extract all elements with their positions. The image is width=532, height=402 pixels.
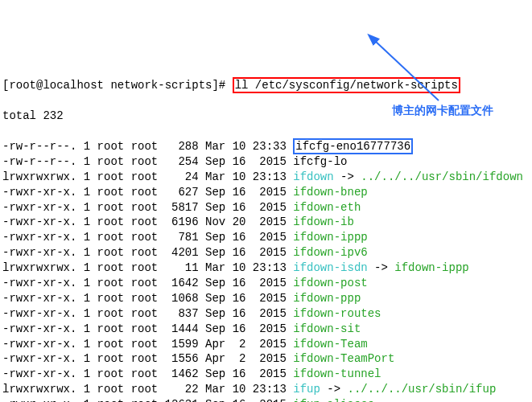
filename: ifdown-Team (293, 338, 367, 351)
file-row: lrwxrwxrwx. 1 root root 24 Mar 10 23:13 … (2, 170, 532, 185)
file-row: -rwxr-xr-x. 1 root root 6196 Nov 20 2015… (2, 215, 532, 230)
filename: ifcfg-lo (293, 155, 347, 168)
filename: ifdown-tunnel (293, 367, 381, 380)
filename: ifdown-ipv6 (293, 246, 367, 259)
file-row: -rw-r--r--. 1 root root 254 Sep 16 2015 … (2, 154, 532, 170)
file-row: -rwxr-xr-x. 1 root root 5817 Sep 16 2015… (2, 200, 532, 215)
file-row: -rwxr-xr-x. 1 root root 4201 Sep 16 2015… (2, 245, 532, 260)
filename: ifdown-eth (293, 201, 361, 214)
file-listing: -rw-r--r--. 1 root root 288 Mar 10 23:33… (2, 139, 532, 402)
highlighted-filename: ifcfg-eno16777736 (293, 138, 413, 154)
link-arrow: -> (334, 170, 361, 183)
command-highlight: ll /etc/sysconfig/network-scripts (233, 77, 460, 93)
annotation-text: 博主的网卡配置文件 (392, 103, 493, 118)
file-row: -rwxr-xr-x. 1 root root 627 Sep 16 2015 … (2, 185, 532, 200)
filename: ifdown-isdn (293, 261, 367, 274)
filename: ifdown-routes (293, 307, 381, 320)
file-row: lrwxrwxrwx. 1 root root 11 Mar 10 23:13 … (2, 260, 532, 276)
filename: ifup-aliases (293, 398, 374, 402)
link-arrow: -> (368, 261, 395, 274)
file-row: lrwxrwxrwx. 1 root root 22 Mar 10 23:13 … (2, 382, 532, 397)
file-row: -rwxr-xr-x. 1 root root 1599 Apr 2 2015 … (2, 337, 532, 352)
file-row: -rwxr-xr-x. 1 root root 781 Sep 16 2015 … (2, 230, 532, 245)
filename: ifdown-post (293, 277, 367, 289)
link-target: ../../../usr/sbin/ifdown (361, 170, 523, 183)
file-row: -rwxr-xr-x. 1 root root 837 Sep 16 2015 … (2, 306, 532, 322)
file-row: -rwxr-xr-x. 1 root root 1642 Sep 16 2015… (2, 276, 532, 291)
filename: ifdown-bnep (293, 186, 367, 199)
file-row: -rw-r--r--. 1 root root 288 Mar 10 23:33… (2, 139, 532, 154)
filename: ifdown-ppp (293, 292, 361, 305)
file-row: -rwxr-xr-x. 1 root root 1462 Sep 16 2015… (2, 367, 532, 382)
filename: ifup (293, 383, 320, 396)
filename: ifdown-ib (293, 215, 354, 228)
file-row: -rwxr-xr-x. 1 root root 1068 Sep 16 2015… (2, 291, 532, 306)
filename: ifdown (293, 170, 333, 183)
prompt-line: [root@localhost network-scripts]# ll /et… (2, 78, 532, 93)
link-target: ifdown-ippp (394, 261, 468, 274)
file-row: -rwxr-xr-x. 1 root root 1444 Sep 16 2015… (2, 322, 532, 337)
file-row: -rwxr-xr-x. 1 root root 12631 Sep 16 201… (2, 397, 532, 402)
link-target: ../../../usr/sbin/ifup (347, 383, 496, 396)
file-row: -rwxr-xr-x. 1 root root 1556 Apr 2 2015 … (2, 351, 532, 367)
link-arrow: -> (320, 383, 348, 396)
filename: ifdown-TeamPort (293, 352, 394, 365)
filename: ifdown-sit (293, 322, 361, 335)
prompt-text: [root@localhost network-scripts]# (2, 79, 233, 92)
filename: ifdown-ippp (293, 231, 367, 244)
